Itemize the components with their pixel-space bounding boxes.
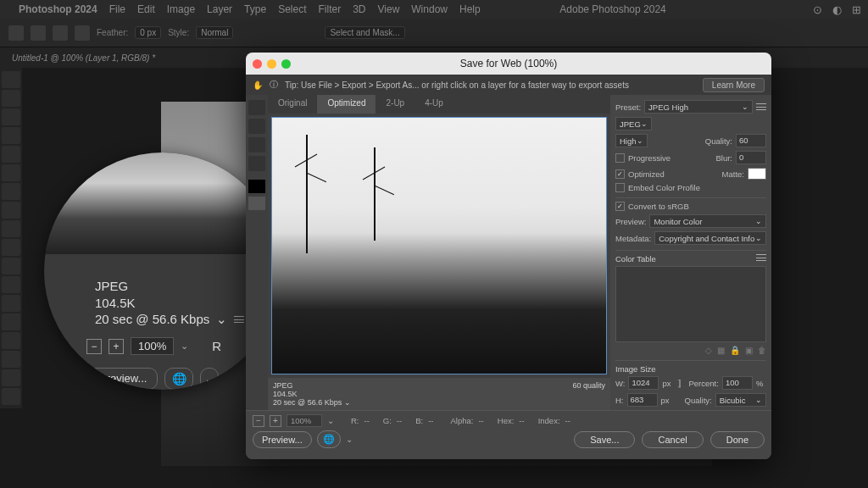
pen-tool[interactable] xyxy=(2,351,20,368)
format-select[interactable]: JPEG xyxy=(615,117,652,130)
ct-icon[interactable]: ◇ xyxy=(705,346,712,355)
learn-more-button[interactable]: Learn More xyxy=(703,78,765,92)
flyout-menu-icon[interactable] xyxy=(756,103,766,110)
progressive-checkbox[interactable] xyxy=(615,153,625,163)
style-select[interactable]: Normal xyxy=(196,26,233,39)
zoom-out-button[interactable]: − xyxy=(253,415,264,427)
quality-field[interactable]: 60 xyxy=(736,134,766,147)
convert-checkbox[interactable]: ✓ xyxy=(615,202,625,211)
ct-icon[interactable]: ▦ xyxy=(717,346,725,355)
image-size-heading: Image Size xyxy=(615,364,656,374)
lasso-tool[interactable] xyxy=(2,108,20,125)
status-icon: ⊙ xyxy=(813,3,822,16)
zoom-in-button[interactable]: + xyxy=(270,415,281,427)
history-brush-tool[interactable] xyxy=(2,258,20,274)
zoom-level[interactable]: 100% xyxy=(131,337,174,355)
menu-file[interactable]: File xyxy=(109,3,125,15)
menu-filter[interactable]: Filter xyxy=(318,3,341,15)
gradient-tool[interactable] xyxy=(2,295,20,312)
optimized-checkbox[interactable]: ✓ xyxy=(615,169,625,179)
path-tool[interactable] xyxy=(2,388,20,405)
type-tool[interactable] xyxy=(2,369,20,386)
cancel-button[interactable]: Cancel xyxy=(642,431,703,448)
color-table[interactable] xyxy=(615,266,766,342)
hand-tool-icon[interactable] xyxy=(248,100,265,115)
preview-pane[interactable] xyxy=(271,117,607,374)
resample-select[interactable]: Bicubic xyxy=(715,393,766,407)
zoom-tool-icon[interactable] xyxy=(248,137,265,152)
embed-checkbox[interactable] xyxy=(615,183,625,192)
width-field[interactable]: 1024 xyxy=(628,376,659,390)
blur-tool[interactable] xyxy=(2,313,20,330)
preview-button[interactable]: Preview... xyxy=(88,368,158,390)
background-swatch[interactable] xyxy=(248,197,265,210)
blur-field[interactable]: 0 xyxy=(736,151,766,164)
preview-button[interactable]: Preview... xyxy=(253,431,312,448)
chevron-down-icon[interactable]: ⌄ xyxy=(344,398,351,407)
select-and-mask-button[interactable]: Select and Mask... xyxy=(325,26,404,39)
done-button[interactable]: Done xyxy=(710,431,765,448)
tab-original[interactable]: Original xyxy=(268,95,317,114)
menu-layer[interactable]: Layer xyxy=(207,3,232,15)
dodge-tool[interactable] xyxy=(2,332,20,349)
menu-select[interactable]: Select xyxy=(278,3,306,15)
frame-tool[interactable] xyxy=(2,164,20,181)
preview-select[interactable]: Monitor Color xyxy=(649,214,766,228)
browser-preview-icon[interactable]: 🌐 xyxy=(317,430,341,448)
flyout-menu-icon[interactable] xyxy=(756,254,766,261)
tab-2up[interactable]: 2-Up xyxy=(376,95,415,114)
browser-preview-icon[interactable]: 🌐 xyxy=(164,368,193,390)
preview-tabs: Original Optimized 2-Up 4-Up xyxy=(268,95,610,114)
hamburger-icon[interactable] xyxy=(234,316,244,323)
dialog-titlebar[interactable]: Save for Web (100%) xyxy=(246,53,771,75)
crop-tool[interactable] xyxy=(2,146,20,163)
chevron-down-icon[interactable]: ⌄ xyxy=(327,416,334,425)
zoom-field[interactable]: 100% xyxy=(287,414,322,427)
preview-label: Preview: xyxy=(615,217,646,226)
menu-3d[interactable]: 3D xyxy=(353,3,365,15)
eyedropper-tool-icon[interactable] xyxy=(248,156,265,171)
foreground-swatch[interactable] xyxy=(248,180,265,193)
chevron-down-icon[interactable]: ⌄ xyxy=(346,435,353,444)
ct-icon[interactable]: 🔒 xyxy=(730,346,740,355)
app-name[interactable]: Photoshop 2024 xyxy=(19,3,97,15)
brush-tool[interactable] xyxy=(2,220,20,237)
matte-swatch[interactable] xyxy=(748,168,766,180)
zoom-in-button[interactable]: + xyxy=(108,339,124,354)
feather-field[interactable]: 0 px xyxy=(135,26,161,39)
menu-help[interactable]: Help xyxy=(459,3,481,15)
link-icon[interactable]: ⟧ xyxy=(677,379,682,388)
move-tool[interactable] xyxy=(2,71,20,88)
wand-tool[interactable] xyxy=(2,127,20,144)
metadata-select[interactable]: Copyright and Contact Info xyxy=(654,231,766,245)
tool-opt-icon[interactable] xyxy=(53,25,68,41)
percent-label: Percent: xyxy=(688,379,718,388)
percent-field[interactable]: 100 xyxy=(722,376,753,390)
home-icon[interactable] xyxy=(8,25,24,41)
chevron-down-icon[interactable]: ⌄ xyxy=(216,311,227,328)
tool-preset-icon[interactable] xyxy=(31,25,46,41)
menu-edit[interactable]: Edit xyxy=(137,3,155,15)
stamp-tool[interactable] xyxy=(2,239,20,256)
quality-mode-select[interactable]: High xyxy=(615,134,648,147)
heal-tool[interactable] xyxy=(2,202,20,219)
menu-image[interactable]: Image xyxy=(167,3,195,15)
menu-view[interactable]: View xyxy=(378,3,400,15)
embed-label: Embed Color Profile xyxy=(628,183,700,192)
eyedropper-tool[interactable] xyxy=(2,183,20,200)
eraser-tool[interactable] xyxy=(2,276,20,293)
marquee-tool[interactable] xyxy=(2,90,20,107)
save-button[interactable]: Save... xyxy=(574,431,635,448)
tool-opt-icon[interactable] xyxy=(75,25,90,41)
menu-window[interactable]: Window xyxy=(411,3,448,15)
chevron-down-icon[interactable]: ⌄ xyxy=(181,341,188,352)
height-field[interactable]: 683 xyxy=(627,393,658,407)
ct-icon[interactable]: ▣ xyxy=(745,346,753,355)
tab-4up[interactable]: 4-Up xyxy=(415,95,453,114)
menu-type[interactable]: Type xyxy=(244,3,266,15)
trash-icon[interactable]: 🗑 xyxy=(758,346,766,355)
preset-select[interactable]: JPEG High xyxy=(644,100,753,114)
tab-optimized[interactable]: Optimized xyxy=(317,95,376,114)
slice-tool-icon[interactable] xyxy=(248,119,265,134)
zoom-out-button[interactable]: − xyxy=(86,339,102,354)
